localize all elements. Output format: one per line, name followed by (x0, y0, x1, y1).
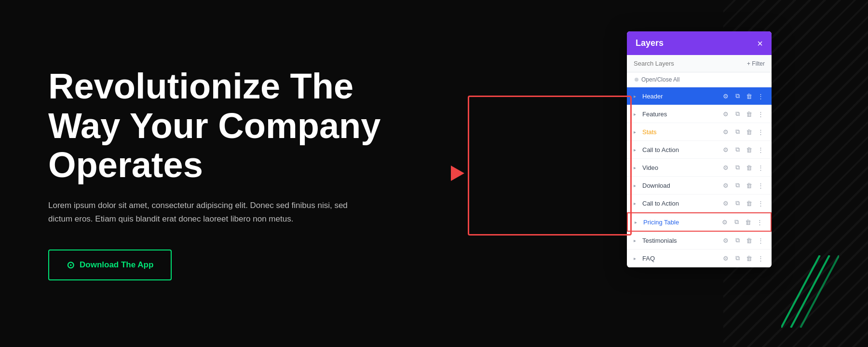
layer-settings-icon[interactable]: ⚙ (721, 181, 730, 190)
svg-line-0 (781, 255, 820, 328)
green-lines-decoration (781, 255, 839, 328)
layer-name: Testimonials (642, 237, 718, 244)
layer-expand-icon: ▸ (635, 220, 639, 224)
layer-expand-icon: ▸ (634, 183, 638, 188)
download-cta-label: Download The App (80, 260, 153, 270)
open-close-all-label: Open/Close All (641, 76, 679, 83)
layers-panel: Layers × + Filter Open/Close All ▸ Heade… (627, 31, 772, 267)
layer-item-download[interactable]: ▸ Download ⚙ ⧉ 🗑 ⋮ (627, 177, 772, 194)
layer-item-features[interactable]: ▸ Features ⚙ ⧉ 🗑 ⋮ (627, 105, 772, 123)
layer-more-icon[interactable]: ⋮ (756, 236, 765, 245)
layer-duplicate-icon[interactable]: ⧉ (733, 145, 742, 154)
layer-delete-icon[interactable]: 🗑 (745, 92, 753, 100)
layer-name: Header (642, 93, 718, 100)
layer-delete-icon[interactable]: 🗑 (745, 163, 753, 172)
layer-actions: ⚙ ⧉ 🗑 ⋮ (720, 218, 764, 226)
layer-item-pricing-table[interactable]: ▸ Pricing Table ⚙ ⧉ 🗑 ⋮ (627, 212, 772, 232)
layers-search-bar: + Filter (627, 55, 772, 72)
layer-actions: ⚙ ⧉ 🗑 ⋮ (721, 145, 765, 154)
layer-duplicate-icon[interactable]: ⧉ (733, 254, 742, 263)
layer-settings-icon[interactable]: ⚙ (721, 127, 730, 136)
layers-list: ▸ Header ⚙ ⧉ 🗑 ⋮ ▸ Features ⚙ ⧉ 🗑 ⋮ ▸ St… (627, 87, 772, 267)
layer-expand-icon: ▸ (634, 256, 638, 261)
red-bracket-highlight (468, 96, 632, 236)
download-icon: ⊙ (67, 259, 75, 271)
layers-panel-header: Layers × (627, 31, 772, 55)
layer-duplicate-icon[interactable]: ⧉ (733, 236, 742, 245)
layer-actions: ⚙ ⧉ 🗑 ⋮ (721, 254, 765, 263)
layer-duplicate-icon[interactable]: ⧉ (733, 163, 742, 172)
layer-expand-icon: ▸ (634, 147, 638, 152)
layer-delete-icon[interactable]: 🗑 (745, 199, 753, 208)
layer-item-call-to-action-1[interactable]: ▸ Call to Action ⚙ ⧉ 🗑 ⋮ (627, 141, 772, 159)
layer-actions: ⚙ ⧉ 🗑 ⋮ (721, 181, 765, 190)
layer-duplicate-icon[interactable]: ⧉ (733, 110, 742, 118)
layer-settings-icon[interactable]: ⚙ (721, 199, 730, 208)
layer-duplicate-icon[interactable]: ⧉ (733, 181, 742, 190)
layer-more-icon[interactable]: ⋮ (756, 145, 765, 154)
layer-expand-icon: ▸ (634, 111, 638, 116)
open-close-dot (635, 78, 638, 82)
layer-duplicate-icon[interactable]: ⧉ (733, 92, 742, 100)
layer-more-icon[interactable]: ⋮ (756, 181, 765, 190)
layers-close-button[interactable]: × (757, 39, 763, 48)
layers-panel-title: Layers (636, 38, 664, 48)
layer-delete-icon[interactable]: 🗑 (745, 254, 753, 263)
hero-title: Revolutionize The Way Your Company Opera… (48, 67, 424, 184)
layer-settings-icon[interactable]: ⚙ (721, 163, 730, 172)
layer-item-testimonials[interactable]: ▸ Testimonials ⚙ ⧉ 🗑 ⋮ (627, 232, 772, 250)
layer-delete-icon[interactable]: 🗑 (744, 218, 752, 226)
layer-more-icon[interactable]: ⋮ (755, 218, 764, 226)
layer-name: Download (642, 182, 718, 189)
layer-expand-icon: ▸ (634, 165, 638, 170)
layer-item-call-to-action-2[interactable]: ▸ Call to Action ⚙ ⧉ 🗑 ⋮ (627, 194, 772, 212)
layer-item-faq[interactable]: ▸ FAQ ⚙ ⧉ 🗑 ⋮ (627, 250, 772, 267)
layer-settings-icon[interactable]: ⚙ (720, 218, 729, 226)
layer-actions: ⚙ ⧉ 🗑 ⋮ (721, 92, 765, 100)
layer-name: Call to Action (642, 146, 718, 153)
layer-duplicate-icon[interactable]: ⧉ (733, 199, 742, 208)
layer-actions: ⚙ ⧉ 🗑 ⋮ (721, 236, 765, 245)
layers-search-input[interactable] (634, 60, 743, 67)
layer-more-icon[interactable]: ⋮ (756, 127, 765, 136)
svg-line-2 (800, 255, 839, 328)
layer-more-icon[interactable]: ⋮ (756, 199, 765, 208)
layer-item-video[interactable]: ▸ Video ⚙ ⧉ 🗑 ⋮ (627, 159, 772, 177)
hero-section: Revolutionize The Way Your Company Opera… (0, 0, 473, 347)
layer-delete-icon[interactable]: 🗑 (745, 181, 753, 190)
layer-settings-icon[interactable]: ⚙ (721, 110, 730, 118)
layer-settings-icon[interactable]: ⚙ (721, 236, 730, 245)
layer-settings-icon[interactable]: ⚙ (721, 92, 730, 100)
layer-more-icon[interactable]: ⋮ (756, 163, 765, 172)
hero-description: Lorem ipsum dolor sit amet, consectetur … (48, 199, 357, 225)
layer-expand-icon: ▸ (634, 94, 638, 98)
layer-more-icon[interactable]: ⋮ (756, 254, 765, 263)
layer-delete-icon[interactable]: 🗑 (745, 236, 753, 245)
layer-delete-icon[interactable]: 🗑 (745, 127, 753, 136)
layer-name: Features (642, 111, 718, 118)
layer-item-stats[interactable]: ▸ Stats ⚙ ⧉ 🗑 ⋮ (627, 123, 772, 141)
layer-delete-icon[interactable]: 🗑 (745, 110, 753, 118)
open-close-all-row: Open/Close All (627, 72, 772, 87)
layer-settings-icon[interactable]: ⚙ (721, 254, 730, 263)
layer-name: Pricing Table (643, 219, 717, 226)
layer-delete-icon[interactable]: 🗑 (745, 145, 753, 154)
layer-name: FAQ (642, 255, 718, 262)
layer-item-header[interactable]: ▸ Header ⚙ ⧉ 🗑 ⋮ (627, 87, 772, 105)
layer-name: Video (642, 164, 718, 171)
layer-settings-icon[interactable]: ⚙ (721, 145, 730, 154)
layer-more-icon[interactable]: ⋮ (756, 92, 765, 100)
layer-actions: ⚙ ⧉ 🗑 ⋮ (721, 199, 765, 208)
layer-name: Call to Action (642, 200, 718, 207)
layer-actions: ⚙ ⧉ 🗑 ⋮ (721, 127, 765, 136)
layer-more-icon[interactable]: ⋮ (756, 110, 765, 118)
layer-actions: ⚙ ⧉ 🗑 ⋮ (721, 163, 765, 172)
layer-expand-icon: ▸ (634, 201, 638, 206)
layer-duplicate-icon[interactable]: ⧉ (732, 218, 741, 226)
layer-duplicate-icon[interactable]: ⧉ (733, 127, 742, 136)
download-cta-button[interactable]: ⊙ Download The App (48, 250, 172, 280)
layer-expand-icon: ▸ (634, 129, 638, 134)
svg-line-1 (791, 255, 829, 328)
layer-actions: ⚙ ⧉ 🗑 ⋮ (721, 110, 765, 118)
layers-filter-button[interactable]: + Filter (747, 60, 765, 67)
